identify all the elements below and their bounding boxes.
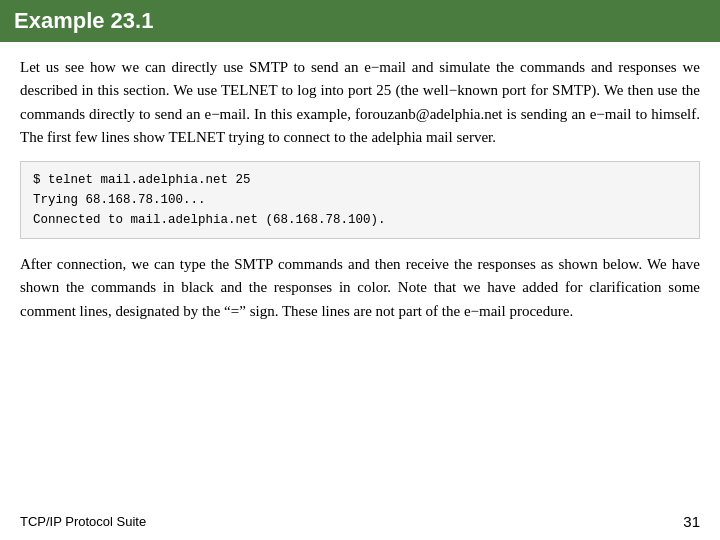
paragraph-1: Let us see how we can directly use SMTP … — [20, 56, 700, 149]
header: Example 23.1 — [0, 0, 720, 42]
header-title: Example 23.1 — [14, 8, 153, 34]
code-line-1: $ telnet mail.adelphia.net 25 — [33, 170, 687, 190]
code-block: $ telnet mail.adelphia.net 25 Trying 68.… — [20, 161, 700, 239]
code-line-2: Trying 68.168.78.100... — [33, 190, 687, 210]
code-line-3: Connected to mail.adelphia.net (68.168.7… — [33, 210, 687, 230]
paragraph-2: After connection, we can type the SMTP c… — [20, 253, 700, 323]
footer: TCP/IP Protocol Suite 31 — [0, 513, 720, 530]
content: Let us see how we can directly use SMTP … — [0, 42, 720, 345]
footer-left-text: TCP/IP Protocol Suite — [20, 514, 146, 529]
footer-page-number: 31 — [683, 513, 700, 530]
